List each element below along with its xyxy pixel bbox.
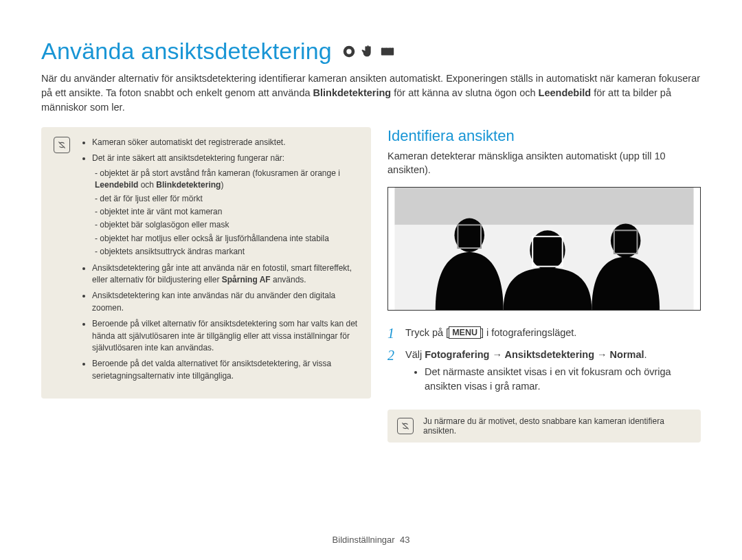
note-item: Det är inte säkert att ansiktsdetekterin… — [92, 153, 359, 258]
note-icon — [54, 137, 70, 153]
note-sub-item: objektet är på stort avstånd från kamera… — [95, 168, 359, 192]
note-item: Ansiktsdetektering går inte att använda … — [92, 262, 359, 287]
note-icon — [397, 418, 414, 434]
step-number: 2 — [387, 348, 398, 393]
tip-text: Ju närmare du är motivet, desto snabbare… — [423, 416, 691, 436]
svg-rect-2 — [381, 48, 394, 56]
note-sub-item: objektet bär solglasögon eller mask — [95, 219, 359, 231]
menu-key: MENU — [449, 326, 481, 339]
face-detection-illustration — [387, 187, 701, 311]
note-item: Ansiktsdetektering kan inte användas när… — [92, 290, 359, 314]
step-1: 1 Tryck på [MENU] i fotograferingsläget. — [387, 326, 701, 341]
mode-icons — [341, 44, 395, 59]
page-title: Använda ansiktsdetektering — [41, 38, 332, 65]
note-sub-item: objektet inte är vänt mot kameran — [95, 206, 359, 218]
step-number: 1 — [387, 326, 398, 341]
note-item: Kameran söker automatiskt det registrera… — [92, 137, 359, 148]
section-lead: Kameran detekterar mänskliga ansikten au… — [387, 149, 701, 177]
camera-mode-icon — [341, 44, 357, 59]
note-sub-item: objektet har motljus eller också är ljus… — [95, 233, 359, 245]
svg-point-1 — [346, 49, 351, 54]
note-sub-item: objektets ansiktsuttryck ändras markant — [95, 246, 359, 258]
notes-box: Kameran söker automatiskt det registrera… — [41, 127, 371, 399]
svg-point-5 — [454, 218, 484, 251]
note-item: Beroende på vilket alternativ för ansikt… — [92, 318, 359, 354]
step-2: 2 Välj Fotografering → Ansiktsdetekterin… — [387, 348, 701, 393]
section-heading: Identifiera ansikten — [387, 127, 701, 145]
note-sub-item: det är för ljust eller för mörkt — [95, 193, 359, 205]
svg-point-9 — [611, 223, 641, 257]
page-footer: Bildinställningar 43 — [0, 535, 742, 545]
step-bullet: Det närmaste ansiktet visas i en vit fok… — [425, 365, 701, 393]
tip-box: Ju närmare du är motivet, desto snabbare… — [387, 410, 701, 443]
lead-text: När du använder alternativ för ansiktsde… — [41, 71, 701, 115]
hand-icon — [361, 44, 376, 59]
svg-rect-3 — [394, 188, 693, 225]
note-item: Beroende på det valda alternativet för a… — [92, 358, 359, 382]
scene-icon — [380, 44, 395, 59]
